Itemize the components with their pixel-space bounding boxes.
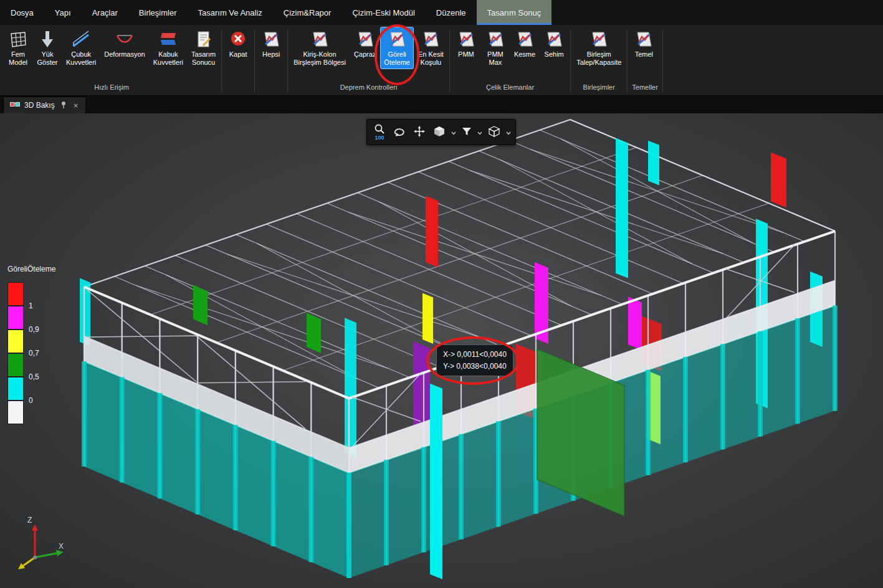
group-label-deprem-kontrolleri: Deprem Kontrolleri [290,82,447,95]
magnifier-icon [374,124,385,136]
analysis-result-icon [421,30,440,49]
isometric-view-tool[interactable] [485,125,504,140]
bar-forces-icon [72,30,90,49]
legend-swatches: 1 0,9 0,7 0,5 0 [7,282,55,424]
birlesim-talep-kapasite-button[interactable]: BirleşimTalep/Kapasite [573,27,625,69]
3d-glasses-icon [10,101,20,110]
chevron-down-icon [506,128,511,137]
legend-entry: 0 [7,377,24,401]
close-icon[interactable]: × [72,102,80,110]
analysis-result-icon [457,30,475,49]
design-result-icon [194,30,213,49]
menubar: Dosya Yapı Araçlar Birleşimler Tasarım V… [0,0,883,25]
analysis-result-icon [310,30,329,49]
menu-cizim-eski-modul[interactable]: Çizim-Eski Modül [341,0,425,25]
analysis-result-icon [356,30,375,49]
axis-x-label: X [59,542,64,551]
kapat-button[interactable]: Kapat [224,27,252,61]
ribbon-group-temeller: Temel Temeller [629,27,661,95]
ribbon-separator [570,30,571,92]
tab-3d-bakis[interactable]: 3D Bakış × [3,97,86,113]
axis-triad: Z X [10,517,70,574]
view-toolbar: 100 [366,119,516,145]
shell-forces-icon [159,30,178,49]
menu-dosya[interactable]: Dosya [0,0,44,25]
view-cube-dropdown[interactable] [451,126,457,138]
drift-x-value: X-> 0,0011<0,0040 [443,349,507,361]
menu-araclar[interactable]: Araçlar [82,0,128,25]
zoom-tool[interactable]: 100 [371,123,388,142]
hepsi-button[interactable]: Hepsi [257,27,285,61]
drift-legend: GöreliÖteleme 1 0,9 0,7 0,5 0 [7,265,55,424]
analysis-result-icon [589,30,608,49]
group-label-celik-elemanlar: Çelik Elemanlar [452,82,568,95]
analysis-result-icon [388,30,406,49]
ribbon-separator [287,30,288,92]
menu-tasarim-ve-analiz[interactable]: Tasarım Ve Analiz [188,0,273,25]
analysis-result-icon [262,30,280,49]
drift-y-value: Y-> 0,0038<0,0040 [443,361,507,372]
deformasyon-button[interactable]: Deformasyon [100,27,148,61]
goreli-oteleme-button[interactable]: GöreliÖteleme [380,27,414,69]
kiris-kolon-birlesim-bolgesi-button[interactable]: Kiriş-KolonBirşleşim Bölgesi [290,27,350,69]
ribbon-separator [254,30,255,92]
yuk-goster-button[interactable]: YükGöster [33,27,62,69]
chevron-down-icon [477,128,482,137]
ribbon: FemModel YükGöster ÇubukKuvvetleri Defor… [0,25,883,96]
isometric-view-dropdown[interactable] [505,126,512,138]
isometric-cube-icon [488,126,500,139]
menu-birlesimler[interactable]: Birleşimler [128,0,188,25]
orbit-icon [393,126,406,138]
ribbon-separator [662,30,663,92]
analysis-result-icon [486,30,505,49]
ribbon-separator [627,30,628,92]
pan-tool[interactable] [411,125,428,140]
menu-yapi[interactable]: Yapı [44,0,82,25]
menu-cizim-rapor[interactable]: Çizim&Rapor [273,0,342,25]
sehim-button[interactable]: Sehim [540,27,568,61]
pin-icon[interactable] [59,101,68,110]
deformation-icon [115,30,134,49]
ribbon-group-celik-elemanlar: PMM PMMMax Kesme Sehim Çelik Elemanlar [452,27,568,95]
fem-model-icon [9,30,27,49]
legend-entry: 0,5 [7,353,24,377]
legend-title: GöreliÖteleme [7,265,55,273]
analysis-result-icon [634,30,653,49]
filter-dropdown[interactable] [477,126,483,138]
ribbon-group-birlesimler: BirleşimTalep/Kapasite Birleşimler [573,27,625,95]
capraz-button[interactable]: Çapraz [350,27,379,61]
orbit-tool[interactable] [390,125,409,140]
legend-entry [7,401,24,424]
cubuk-kuvvetleri-button[interactable]: ÇubukKuvvetleri [62,27,100,69]
chevron-down-icon [451,128,456,137]
drift-tooltip: X-> 0,0011<0,0040 Y-> 0,0038<0,0040 [436,344,513,376]
group-label-birlesimler: Birleşimler [573,82,625,95]
drift-tooltip-callout: X-> 0,0011<0,0040 Y-> 0,0038<0,0040 [426,336,520,385]
document-tabbar: 3D Bakış × [0,96,883,113]
tasarim-sonucu-button[interactable]: TasarımSonucu [188,27,219,69]
axis-z-label: Z [27,516,32,524]
pmm-button[interactable]: PMM [452,27,480,61]
legend-entry: 0,7 [7,330,24,353]
view-cube-tool[interactable] [430,125,449,140]
zoom-level: 100 [375,135,384,141]
legend-entry: 0,9 [7,306,24,330]
ribbon-group-kapat: Kapat [224,27,252,95]
ribbon-group-hizli-erisim: FemModel YükGöster ÇubukKuvvetleri Defor… [4,27,219,95]
temel-button[interactable]: Temel [629,27,658,61]
viewport-3d[interactable]: 100 [0,113,883,588]
menu-tasarim-sonuc[interactable]: Tasarım Sonuç [477,0,552,25]
app-window: Dosya Yapı Araçlar Birleşimler Tasarım V… [0,0,883,588]
kesme-button[interactable]: Kesme [510,27,539,61]
pmm-max-button[interactable]: PMMMax [481,27,510,69]
en-kesit-kosulu-button[interactable]: En KesitKoşulu [414,27,447,69]
load-arrow-icon [38,30,57,49]
filter-tool[interactable] [459,125,475,140]
kabuk-kuvvetleri-button[interactable]: KabukKuvvetleri [150,27,187,69]
menu-duzenle[interactable]: Düzenle [426,0,477,25]
group-label-temeller: Temeller [629,82,661,95]
fem-model-button[interactable]: FemModel [4,27,32,69]
ribbon-group-hepsi: Hepsi [257,27,285,95]
ribbon-group-deprem-kontrolleri: Kiriş-KolonBirşleşim Bölgesi Çapraz Göre… [290,27,447,95]
tab-label: 3D Bakış [24,101,55,110]
